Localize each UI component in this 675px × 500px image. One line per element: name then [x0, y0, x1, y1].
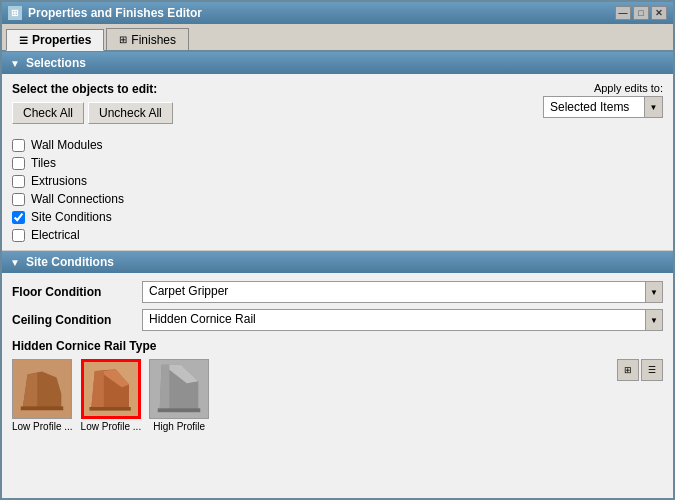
ceiling-condition-value: Hidden Cornice Rail — [142, 309, 645, 331]
site-conditions-area: Floor Condition Carpet Gripper ▼ Ceiling… — [2, 273, 673, 440]
content-area: ▼ Selections Select the objects to edit:… — [2, 52, 673, 498]
ceiling-condition-dropdown-arrow[interactable]: ▼ — [645, 309, 663, 331]
title-bar: ⊞ Properties and Finishes Editor — □ ✕ — [2, 2, 673, 24]
selections-header: ▼ Selections — [2, 52, 673, 74]
selections-collapse-icon[interactable]: ▼ — [10, 58, 20, 69]
main-window: ⊞ Properties and Finishes Editor — □ ✕ ☰… — [0, 0, 675, 500]
site-conditions-collapse-icon[interactable]: ▼ — [10, 257, 20, 268]
select-objects-side: Select the objects to edit: Check All Un… — [12, 82, 173, 132]
floor-condition-dropdown-arrow[interactable]: ▼ — [645, 281, 663, 303]
checkbox-extrusions-label: Extrusions — [31, 174, 87, 188]
apply-dropdown-arrow[interactable]: ▼ — [644, 97, 662, 117]
thumbnail-label-low-profile-2: Low Profile ... — [81, 421, 142, 432]
checkbox-wall-modules[interactable]: Wall Modules — [12, 138, 663, 152]
checkbox-extrusions-input[interactable] — [12, 175, 25, 188]
checkbox-tiles-label: Tiles — [31, 156, 56, 170]
site-conditions-header: ▼ Site Conditions — [2, 251, 673, 273]
close-button[interactable]: ✕ — [651, 6, 667, 20]
checkbox-extrusions[interactable]: Extrusions — [12, 174, 663, 188]
checkbox-wall-connections[interactable]: Wall Connections — [12, 192, 663, 206]
thumbnail-row: Low Profile ... — [12, 359, 663, 432]
checkbox-wall-connections-label: Wall Connections — [31, 192, 124, 206]
apply-row: Select the objects to edit: Check All Un… — [12, 82, 663, 132]
thumbnail-img-low-profile-1 — [12, 359, 72, 419]
list-view-button[interactable]: ☰ — [641, 359, 663, 381]
select-objects-label: Select the objects to edit: — [12, 82, 173, 96]
tab-properties[interactable]: ☰ Properties — [6, 29, 104, 51]
finishes-tab-icon: ⊞ — [119, 34, 127, 45]
view-icons: ⊞ ☰ — [617, 359, 663, 381]
minimize-button[interactable]: — — [615, 6, 631, 20]
window-title: Properties and Finishes Editor — [28, 6, 202, 20]
checkbox-list: Wall Modules Tiles Extrusions Wall Conne… — [12, 138, 663, 242]
properties-tab-icon: ☰ — [19, 35, 28, 46]
site-conditions-header-label: Site Conditions — [26, 255, 114, 269]
ceiling-condition-label: Ceiling Condition — [12, 313, 142, 327]
window-icon: ⊞ — [8, 6, 22, 20]
uncheck-all-button[interactable]: Uncheck All — [88, 102, 173, 124]
checkbox-electrical[interactable]: Electrical — [12, 228, 663, 242]
thumbnail-low-profile-1[interactable]: Low Profile ... — [12, 359, 73, 432]
grid-view-button[interactable]: ⊞ — [617, 359, 639, 381]
checkbox-wall-connections-input[interactable] — [12, 193, 25, 206]
apply-edits-label: Apply edits to: — [594, 82, 663, 94]
checkbox-site-conditions-input[interactable] — [12, 211, 25, 224]
checkbox-tiles[interactable]: Tiles — [12, 156, 663, 170]
checkbox-wall-modules-label: Wall Modules — [31, 138, 103, 152]
ceiling-condition-row: Ceiling Condition Hidden Cornice Rail ▼ — [12, 309, 663, 331]
checkbox-site-conditions-label: Site Conditions — [31, 210, 112, 224]
title-bar-left: ⊞ Properties and Finishes Editor — [8, 6, 202, 20]
checkbox-electrical-input[interactable] — [12, 229, 25, 242]
checkbox-wall-modules-input[interactable] — [12, 139, 25, 152]
thumbnail-low-profile-2[interactable]: Low Profile ... — [81, 359, 142, 432]
checkbox-site-conditions[interactable]: Site Conditions — [12, 210, 663, 224]
checkbox-tiles-input[interactable] — [12, 157, 25, 170]
tab-bar: ☰ Properties ⊞ Finishes — [2, 24, 673, 52]
svg-rect-3 — [21, 406, 64, 410]
thumbnail-label-high-profile: High Profile — [153, 421, 205, 432]
apply-dropdown[interactable]: Selected Items ▼ — [543, 96, 663, 118]
thumbnail-label-low-profile-1: Low Profile ... — [12, 421, 73, 432]
thumbnail-img-high-profile — [149, 359, 209, 419]
tab-finishes[interactable]: ⊞ Finishes — [106, 28, 189, 50]
hidden-cornice-label: Hidden Cornice Rail Type — [12, 339, 663, 353]
thumbnails-container: Low Profile ... — [12, 359, 663, 432]
thumbnail-high-profile[interactable]: High Profile — [149, 359, 209, 432]
check-buttons-row: Check All Uncheck All — [12, 102, 173, 124]
finishes-tab-label: Finishes — [131, 33, 176, 47]
selections-header-label: Selections — [26, 56, 86, 70]
floor-condition-label: Floor Condition — [12, 285, 142, 299]
floor-condition-dropdown[interactable]: Carpet Gripper ▼ — [142, 281, 663, 303]
floor-condition-row: Floor Condition Carpet Gripper ▼ — [12, 281, 663, 303]
svg-rect-8 — [89, 407, 130, 411]
ceiling-condition-dropdown[interactable]: Hidden Cornice Rail ▼ — [142, 309, 663, 331]
restore-button[interactable]: □ — [633, 6, 649, 20]
apply-dropdown-value: Selected Items — [544, 98, 644, 116]
title-buttons: — □ ✕ — [615, 6, 667, 20]
svg-rect-13 — [158, 408, 201, 412]
floor-condition-value: Carpet Gripper — [142, 281, 645, 303]
checkbox-electrical-label: Electrical — [31, 228, 80, 242]
check-all-button[interactable]: Check All — [12, 102, 84, 124]
properties-tab-label: Properties — [32, 33, 91, 47]
apply-to-area: Apply edits to: Selected Items ▼ — [543, 82, 663, 118]
thumbnail-img-low-profile-2 — [81, 359, 141, 419]
selections-area: Select the objects to edit: Check All Un… — [2, 74, 673, 251]
